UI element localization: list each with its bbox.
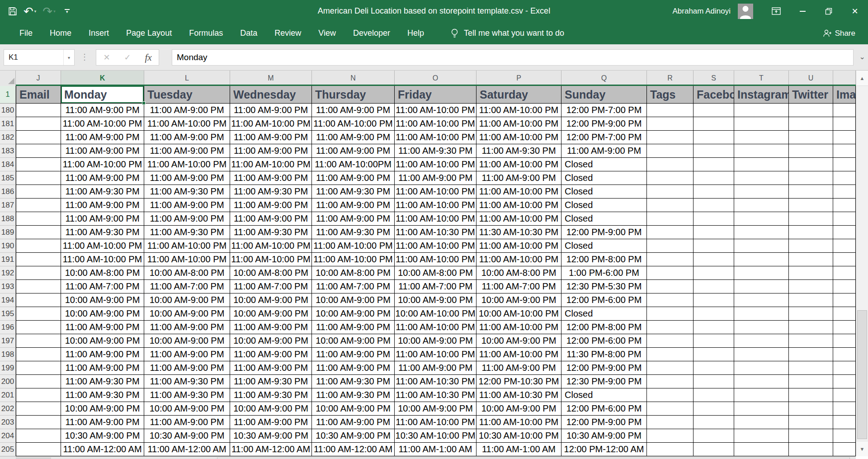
- cell-R189[interactable]: [647, 226, 693, 239]
- cell-J191[interactable]: [16, 253, 61, 266]
- cell-S197[interactable]: [693, 334, 734, 348]
- cell-M182[interactable]: 11:00 AM-9:00 PM: [230, 131, 312, 144]
- cell-O192[interactable]: 10:00 AM-8:00 PM: [395, 266, 476, 280]
- column-header-partial[interactable]: [833, 71, 856, 86]
- undo-dropdown-icon[interactable]: ▾: [34, 9, 37, 14]
- undo-button[interactable]: ↶ ▾: [24, 5, 36, 17]
- cell-K186[interactable]: 11:00 AM-9:30 PM: [61, 185, 144, 199]
- cell-V190[interactable]: [833, 239, 856, 253]
- cell-T191[interactable]: [734, 253, 789, 266]
- cell-S192[interactable]: [693, 266, 734, 280]
- cell-N195[interactable]: 10:00 AM-9:00 PM: [312, 307, 395, 321]
- cell-M1[interactable]: Wednesday: [230, 86, 312, 104]
- cell-J188[interactable]: [16, 212, 61, 226]
- cell-P197[interactable]: 10:00 AM-9:00 PM: [476, 334, 561, 348]
- cell-O205[interactable]: 11:00 AM-1:00 AM: [395, 443, 476, 456]
- cell-J196[interactable]: [16, 321, 61, 334]
- cell-R183[interactable]: [647, 144, 693, 158]
- ribbon-tab-insert[interactable]: Insert: [80, 22, 118, 44]
- cell-S182[interactable]: [693, 131, 734, 144]
- cell-O198[interactable]: 11:00 AM-10:00 PM: [395, 348, 476, 361]
- ribbon-display-options-button[interactable]: [763, 0, 789, 22]
- cell-S187[interactable]: [693, 199, 734, 212]
- vertical-scrollbar[interactable]: ▲ ▼: [856, 71, 868, 456]
- cell-V205[interactable]: [833, 443, 856, 456]
- cell-N192[interactable]: 10:00 AM-8:00 PM: [312, 266, 395, 280]
- cell-V199[interactable]: [833, 361, 856, 375]
- cell-R199[interactable]: [647, 361, 693, 375]
- cell-Q191[interactable]: 12:00 PM-8:00 PM: [561, 253, 647, 266]
- cell-M188[interactable]: 11:00 AM-9:00 PM: [230, 212, 312, 226]
- avatar[interactable]: [738, 4, 753, 19]
- ribbon-tab-view[interactable]: View: [310, 22, 344, 44]
- cell-Q199[interactable]: 12:00 PM-9:00 PM: [561, 361, 647, 375]
- cell-S202[interactable]: [693, 402, 734, 416]
- cell-V183[interactable]: [833, 144, 856, 158]
- cell-Q205[interactable]: 12:00 PM-12:00 AM: [561, 443, 647, 456]
- row-header-192[interactable]: 192: [0, 266, 16, 280]
- row-header-187[interactable]: 187: [0, 199, 16, 212]
- cell-R180[interactable]: [647, 104, 693, 117]
- row-header-1[interactable]: 1: [0, 86, 16, 104]
- row-header-205[interactable]: 205: [0, 443, 16, 456]
- cell-N205[interactable]: 11:00 AM-12:00 AM: [312, 443, 395, 456]
- cell-V187[interactable]: [833, 199, 856, 212]
- row-header-183[interactable]: 183: [0, 144, 16, 158]
- column-header-Q[interactable]: Q: [561, 71, 647, 86]
- row-header-180[interactable]: 180: [0, 104, 16, 117]
- cell-P196[interactable]: 11:00 AM-10:00 PM: [476, 321, 561, 334]
- cell-L199[interactable]: 11:00 AM-9:00 PM: [144, 361, 230, 375]
- cell-K197[interactable]: 10:00 AM-9:00 PM: [61, 334, 144, 348]
- cell-N183[interactable]: 11:00 AM-9:00 PM: [312, 144, 395, 158]
- cell-Q185[interactable]: Closed: [561, 171, 647, 185]
- cell-M184[interactable]: 11:00 AM-10:00 PM: [230, 158, 312, 171]
- cell-M192[interactable]: 10:00 AM-8:00 PM: [230, 266, 312, 280]
- cell-J198[interactable]: [16, 348, 61, 361]
- cell-K195[interactable]: 10:00 AM-9:00 PM: [61, 307, 144, 321]
- cell-S181[interactable]: [693, 117, 734, 131]
- cell-O197[interactable]: 10:00 AM-9:00 PM: [395, 334, 476, 348]
- cell-O180[interactable]: 11:00 AM-10:00 PM: [395, 104, 476, 117]
- cell-M200[interactable]: 11:00 AM-9:30 PM: [230, 375, 312, 388]
- cell-R202[interactable]: [647, 402, 693, 416]
- cell-U190[interactable]: [789, 239, 833, 253]
- cell-N185[interactable]: 11:00 AM-9:00 PM: [312, 171, 395, 185]
- cell-P201[interactable]: 11:00 AM-10:30 PM: [476, 388, 561, 402]
- column-header-M[interactable]: M: [230, 71, 312, 86]
- cell-U180[interactable]: [789, 104, 833, 117]
- cell-P189[interactable]: 11:30 AM-10:30 PM: [476, 226, 561, 239]
- cell-K189[interactable]: 11:00 AM-9:30 PM: [61, 226, 144, 239]
- cell-P190[interactable]: 11:00 AM-10:00 PM: [476, 239, 561, 253]
- cell-N180[interactable]: 11:00 AM-9:00 PM: [312, 104, 395, 117]
- row-header-196[interactable]: 196: [0, 321, 16, 334]
- row-header-189[interactable]: 189: [0, 226, 16, 239]
- cell-R192[interactable]: [647, 266, 693, 280]
- ribbon-tab-developer[interactable]: Developer: [344, 22, 399, 44]
- cell-O183[interactable]: 11:00 AM-9:30 PM: [395, 144, 476, 158]
- cell-T202[interactable]: [734, 402, 789, 416]
- cell-L193[interactable]: 11:00 AM-7:00 PM: [144, 280, 230, 293]
- cell-M199[interactable]: 11:00 AM-9:00 PM: [230, 361, 312, 375]
- cell-S188[interactable]: [693, 212, 734, 226]
- row-header-185[interactable]: 185: [0, 171, 16, 185]
- cell-V204[interactable]: [833, 429, 856, 443]
- cell-J201[interactable]: [16, 388, 61, 402]
- row-header-193[interactable]: 193: [0, 280, 16, 293]
- column-header-R[interactable]: R: [647, 71, 693, 86]
- cell-U1[interactable]: Twitter: [789, 86, 833, 104]
- cell-U197[interactable]: [789, 334, 833, 348]
- ribbon-tab-data[interactable]: Data: [231, 22, 266, 44]
- cell-U193[interactable]: [789, 280, 833, 293]
- cell-O186[interactable]: 11:00 AM-10:00 PM: [395, 185, 476, 199]
- cell-J185[interactable]: [16, 171, 61, 185]
- cell-M197[interactable]: 10:00 AM-9:00 PM: [230, 334, 312, 348]
- cell-K196[interactable]: 11:00 AM-9:00 PM: [61, 321, 144, 334]
- cell-M185[interactable]: 11:00 AM-9:00 PM: [230, 171, 312, 185]
- cell-J182[interactable]: [16, 131, 61, 144]
- cell-L197[interactable]: 10:00 AM-9:00 PM: [144, 334, 230, 348]
- cell-P205[interactable]: 11:00 AM-1:00 AM: [476, 443, 561, 456]
- cell-R198[interactable]: [647, 348, 693, 361]
- cell-S1[interactable]: Facebook: [693, 86, 734, 104]
- select-all-corner[interactable]: [0, 71, 16, 86]
- cell-T192[interactable]: [734, 266, 789, 280]
